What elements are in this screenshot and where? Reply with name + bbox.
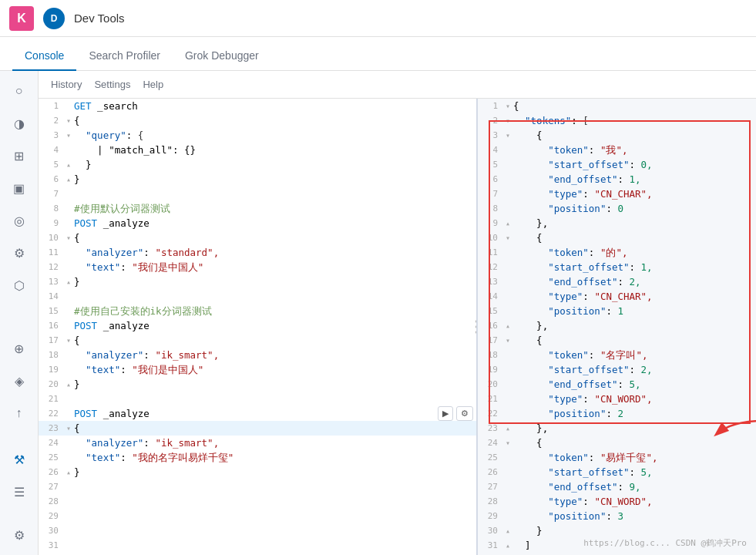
sidebar-icon-discover[interactable]: ○ bbox=[5, 77, 33, 105]
line-number: 2 bbox=[42, 113, 63, 128]
fold-arrow[interactable]: ▾ bbox=[502, 128, 513, 143]
right-code-line: 13 "end_offset": 2, bbox=[478, 274, 756, 289]
fold-arrow[interactable]: ▴ bbox=[63, 274, 74, 289]
fold-arrow[interactable]: ▾ bbox=[63, 421, 74, 436]
line-content: "query": { bbox=[74, 128, 473, 143]
line-content: "tokens": [ bbox=[513, 113, 753, 128]
settings-button[interactable]: Settings bbox=[94, 79, 130, 90]
tab-search-profiler[interactable]: Search Profiler bbox=[76, 42, 173, 71]
user-avatar-letter: D bbox=[51, 13, 58, 24]
right-code-line: 1▾{ bbox=[478, 99, 756, 113]
line-number: 22 bbox=[42, 406, 63, 421]
sidebar-icon-canvas[interactable]: ▣ bbox=[5, 174, 33, 202]
fold-arrow[interactable]: ▴ bbox=[502, 538, 513, 553]
line-number: 14 bbox=[42, 289, 63, 304]
right-code-line: 8 "position": 0 bbox=[478, 201, 756, 216]
left-editor[interactable]: 1GET _search2▾{3▾ "query": {4 | "match_a… bbox=[39, 99, 478, 555]
left-code-line: 23▾{ bbox=[39, 421, 476, 436]
fold-arrow[interactable]: ▴ bbox=[502, 318, 513, 333]
fold-arrow[interactable]: ▾ bbox=[63, 113, 74, 128]
left-code-line: 7 bbox=[39, 187, 476, 201]
line-number: 17 bbox=[481, 333, 502, 348]
left-code-line: 13▴} bbox=[39, 274, 476, 289]
sidebar-icon-security[interactable]: ⊕ bbox=[5, 335, 33, 362]
line-number: 4 bbox=[481, 143, 502, 157]
line-number: 26 bbox=[42, 465, 63, 479]
fold-arrow[interactable]: ▴ bbox=[502, 523, 513, 538]
right-code-line: 22 "position": 2 bbox=[478, 406, 756, 421]
sidebar-icon-devtools[interactable]: ⚒ bbox=[5, 446, 33, 473]
run-button[interactable]: ▶ bbox=[438, 406, 453, 421]
sidebar-icon-graph[interactable]: ⬡ bbox=[5, 271, 33, 299]
line-content: "text": "我们是中国人" bbox=[74, 362, 473, 377]
line-number: 25 bbox=[481, 450, 502, 465]
line-number: 11 bbox=[42, 245, 63, 260]
line-number: 31 bbox=[42, 538, 63, 553]
right-code-line: 18 "token": "名字叫", bbox=[478, 348, 756, 362]
fold-arrow[interactable]: ▾ bbox=[502, 113, 513, 128]
fold-arrow[interactable]: ▾ bbox=[502, 230, 513, 245]
fold-arrow[interactable]: ▴ bbox=[63, 465, 74, 479]
line-number: 3 bbox=[481, 128, 502, 143]
tab-console[interactable]: Console bbox=[12, 42, 76, 71]
fold-arrow[interactable]: ▴ bbox=[63, 157, 74, 172]
fold-arrow[interactable]: ▾ bbox=[63, 128, 74, 143]
right-code-line: 25 "token": "易烊千玺", bbox=[478, 450, 756, 465]
sidebar-icon-stack[interactable]: ☰ bbox=[5, 478, 33, 506]
copy-button[interactable]: ⚙ bbox=[456, 406, 473, 421]
left-code-line: 29 bbox=[39, 509, 476, 523]
line-number: 21 bbox=[481, 392, 502, 406]
right-code-area: 1▾{2▾ "tokens": [3▾ {4 "token": "我",5 "s… bbox=[478, 99, 756, 555]
sidebar-icon-dashboard[interactable]: ⊞ bbox=[5, 142, 33, 170]
fold-arrow[interactable]: ▾ bbox=[502, 436, 513, 450]
left-code-line: 6▴} bbox=[39, 172, 476, 187]
line-number: 16 bbox=[481, 318, 502, 333]
right-code-line: 14 "type": "CN_CHAR", bbox=[478, 289, 756, 304]
line-content: "type": "CN_WORD", bbox=[513, 392, 753, 406]
line-content: "type": "CN_CHAR", bbox=[513, 187, 753, 201]
line-content: "end_offset": 2, bbox=[513, 274, 753, 289]
sidebar-icon-apm[interactable]: ◈ bbox=[5, 367, 33, 395]
sidebar-icon-maps[interactable]: ◎ bbox=[5, 207, 33, 234]
sidebar-icon-uptime[interactable]: ↑ bbox=[5, 399, 33, 427]
line-content: } bbox=[74, 465, 473, 479]
left-code-line: 1GET _search bbox=[39, 99, 476, 113]
fold-arrow[interactable]: ▾ bbox=[502, 333, 513, 348]
fold-arrow[interactable]: ▴ bbox=[502, 216, 513, 230]
line-content: "analyzer": "ik_smart", bbox=[74, 348, 473, 362]
line-content: } bbox=[74, 377, 473, 392]
tab-grok-debugger[interactable]: Grok Debugger bbox=[173, 42, 271, 71]
help-button[interactable]: Help bbox=[143, 79, 163, 90]
kibana-logo[interactable]: K bbox=[9, 6, 34, 31]
line-number: 6 bbox=[481, 172, 502, 187]
right-code-line: 17▾ { bbox=[478, 333, 756, 348]
fold-arrow[interactable]: ▴ bbox=[63, 172, 74, 187]
fold-arrow[interactable]: ▾ bbox=[502, 99, 513, 113]
line-number: 1 bbox=[42, 99, 63, 113]
left-code-line: 20▴} bbox=[39, 377, 476, 392]
line-content: "start_offset": 1, bbox=[513, 260, 753, 274]
line-number: 5 bbox=[481, 157, 502, 172]
line-number: 10 bbox=[42, 230, 63, 245]
line-number: 24 bbox=[481, 436, 502, 450]
sidebar-icon-ml[interactable]: ⚙ bbox=[5, 239, 33, 267]
icon-sidebar: ○ ◑ ⊞ ▣ ◎ ⚙ ⬡ ⊕ ◈ ↑ ⚒ ☰ ⚙ bbox=[0, 71, 39, 555]
fold-arrow[interactable]: ▴ bbox=[63, 377, 74, 392]
line-content: "start_offset": 5, bbox=[513, 465, 753, 479]
sidebar-icon-settings[interactable]: ⚙ bbox=[5, 521, 33, 549]
line-content: "text": "我们是中国人" bbox=[74, 260, 473, 274]
fold-arrow[interactable]: ▴ bbox=[502, 421, 513, 436]
fold-arrow[interactable]: ▾ bbox=[63, 333, 74, 348]
line-content: { bbox=[513, 230, 753, 245]
user-avatar[interactable]: D bbox=[43, 8, 65, 29]
line-number: 18 bbox=[42, 348, 63, 362]
history-button[interactable]: History bbox=[51, 79, 82, 90]
line-content: "end_offset": 1, bbox=[513, 172, 753, 187]
right-editor[interactable]: 1▾{2▾ "tokens": [3▾ {4 "token": "我",5 "s… bbox=[478, 99, 756, 555]
left-code-area: 1GET _search2▾{3▾ "query": {4 | "match_a… bbox=[39, 99, 476, 555]
line-number: 19 bbox=[42, 362, 63, 377]
line-content: "analyzer": "standard", bbox=[74, 245, 473, 260]
fold-arrow[interactable]: ▾ bbox=[63, 230, 74, 245]
sidebar-icon-visualize[interactable]: ◑ bbox=[5, 109, 33, 137]
sub-toolbar: History Settings Help bbox=[39, 71, 756, 99]
